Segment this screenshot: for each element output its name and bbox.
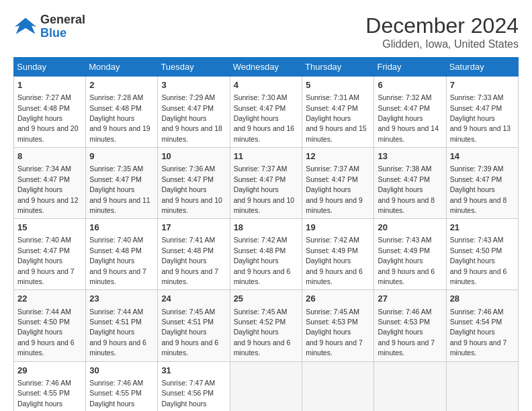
table-row: 23 Sunrise: 7:44 AMSunset: 4:51 PMDaylig…	[86, 290, 158, 361]
day-number: 4	[234, 79, 299, 91]
logo: General Blue	[13, 13, 85, 40]
day-info: Sunrise: 7:27 AMSunset: 4:48 PMDaylight …	[17, 93, 79, 143]
day-number: 5	[306, 79, 370, 91]
day-number: 31	[161, 365, 226, 377]
day-info: Sunrise: 7:46 AMSunset: 4:55 PMDaylight …	[17, 379, 75, 411]
table-row: 18 Sunrise: 7:42 AMSunset: 4:48 PMDaylig…	[230, 219, 302, 290]
day-number: 30	[89, 365, 154, 377]
table-row: 28 Sunrise: 7:46 AMSunset: 4:54 PMDaylig…	[446, 290, 518, 361]
day-info: Sunrise: 7:34 AMSunset: 4:47 PMDaylight …	[17, 165, 79, 214]
table-row: 21 Sunrise: 7:43 AMSunset: 4:50 PMDaylig…	[446, 219, 518, 290]
logo-text: General Blue	[40, 13, 85, 40]
logo-bird-icon	[13, 15, 38, 39]
table-row: 16 Sunrise: 7:40 AMSunset: 4:48 PMDaylig…	[86, 219, 158, 290]
col-thursday: Thursday	[302, 58, 374, 77]
day-info: Sunrise: 7:45 AMSunset: 4:51 PMDaylight …	[161, 308, 218, 357]
day-number: 23	[89, 293, 154, 305]
day-info: Sunrise: 7:45 AMSunset: 4:52 PMDaylight …	[234, 308, 291, 357]
day-number: 6	[378, 79, 442, 91]
day-info: Sunrise: 7:45 AMSunset: 4:53 PMDaylight …	[306, 308, 363, 357]
table-row: 14 Sunrise: 7:39 AMSunset: 4:47 PMDaylig…	[446, 148, 518, 219]
day-info: Sunrise: 7:46 AMSunset: 4:53 PMDaylight …	[378, 308, 435, 357]
day-info: Sunrise: 7:43 AMSunset: 4:50 PMDaylight …	[450, 236, 507, 285]
day-number: 18	[234, 222, 299, 234]
day-number: 11	[234, 150, 299, 163]
day-number: 29	[17, 365, 82, 377]
day-number: 2	[89, 79, 154, 91]
day-number: 13	[378, 150, 442, 163]
day-info: Sunrise: 7:42 AMSunset: 4:48 PMDaylight …	[234, 236, 291, 285]
table-row: 11 Sunrise: 7:37 AMSunset: 4:47 PMDaylig…	[230, 148, 302, 219]
table-row: 2 Sunrise: 7:28 AMSunset: 4:48 PMDayligh…	[86, 77, 158, 148]
calendar-week-5: 29 Sunrise: 7:46 AMSunset: 4:55 PMDaylig…	[14, 361, 519, 411]
day-number: 3	[161, 79, 226, 91]
calendar-week-4: 22 Sunrise: 7:44 AMSunset: 4:50 PMDaylig…	[14, 290, 519, 361]
day-info: Sunrise: 7:44 AMSunset: 4:50 PMDaylight …	[17, 308, 75, 357]
month-title: December 2024	[365, 13, 519, 38]
table-row: 31 Sunrise: 7:47 AMSunset: 4:56 PMDaylig…	[158, 361, 230, 411]
calendar-week-2: 8 Sunrise: 7:34 AMSunset: 4:47 PMDayligh…	[14, 148, 519, 219]
day-info: Sunrise: 7:30 AMSunset: 4:47 PMDaylight …	[234, 93, 295, 143]
col-friday: Friday	[374, 58, 446, 77]
day-info: Sunrise: 7:43 AMSunset: 4:49 PMDaylight …	[378, 236, 435, 285]
day-info: Sunrise: 7:28 AMSunset: 4:48 PMDaylight …	[89, 93, 150, 143]
calendar-week-3: 15 Sunrise: 7:40 AMSunset: 4:47 PMDaylig…	[14, 219, 519, 290]
day-info: Sunrise: 7:37 AMSunset: 4:47 PMDaylight …	[306, 165, 363, 214]
day-number: 24	[161, 293, 226, 305]
day-info: Sunrise: 7:32 AMSunset: 4:47 PMDaylight …	[378, 93, 439, 143]
day-info: Sunrise: 7:46 AMSunset: 4:54 PMDaylight …	[450, 308, 507, 357]
day-number: 10	[161, 150, 226, 163]
table-row: 17 Sunrise: 7:41 AMSunset: 4:48 PMDaylig…	[158, 219, 230, 290]
table-row	[302, 361, 374, 411]
title-block: December 2024 Glidden, Iowa, United Stat…	[365, 13, 519, 50]
svg-marker-0	[15, 17, 36, 34]
table-row: 27 Sunrise: 7:46 AMSunset: 4:53 PMDaylig…	[374, 290, 446, 361]
day-number: 15	[17, 222, 82, 234]
day-number: 1	[17, 79, 82, 91]
calendar-week-1: 1 Sunrise: 7:27 AMSunset: 4:48 PMDayligh…	[14, 77, 519, 148]
table-row: 7 Sunrise: 7:33 AMSunset: 4:47 PMDayligh…	[446, 77, 518, 148]
day-number: 27	[378, 293, 442, 305]
calendar-table: Sunday Monday Tuesday Wednesday Thursday…	[13, 57, 519, 411]
col-monday: Monday	[86, 58, 158, 77]
day-number: 16	[89, 222, 154, 234]
table-row: 25 Sunrise: 7:45 AMSunset: 4:52 PMDaylig…	[230, 290, 302, 361]
day-number: 9	[89, 150, 154, 163]
day-info: Sunrise: 7:39 AMSunset: 4:47 PMDaylight …	[450, 165, 507, 214]
day-info: Sunrise: 7:38 AMSunset: 4:47 PMDaylight …	[378, 165, 435, 214]
day-number: 8	[17, 150, 82, 163]
table-row: 9 Sunrise: 7:35 AMSunset: 4:47 PMDayligh…	[86, 148, 158, 219]
table-row: 4 Sunrise: 7:30 AMSunset: 4:47 PMDayligh…	[230, 77, 302, 148]
day-info: Sunrise: 7:37 AMSunset: 4:47 PMDaylight …	[234, 165, 295, 214]
table-row: 24 Sunrise: 7:45 AMSunset: 4:51 PMDaylig…	[158, 290, 230, 361]
table-row: 29 Sunrise: 7:46 AMSunset: 4:55 PMDaylig…	[14, 361, 86, 411]
table-row: 12 Sunrise: 7:37 AMSunset: 4:47 PMDaylig…	[302, 148, 374, 219]
day-number: 21	[450, 222, 515, 234]
day-number: 25	[234, 293, 299, 305]
day-number: 14	[450, 150, 515, 163]
day-info: Sunrise: 7:46 AMSunset: 4:55 PMDaylight …	[89, 379, 146, 411]
table-row	[446, 361, 518, 411]
table-row: 6 Sunrise: 7:32 AMSunset: 4:47 PMDayligh…	[374, 77, 446, 148]
table-row: 3 Sunrise: 7:29 AMSunset: 4:47 PMDayligh…	[158, 77, 230, 148]
table-row: 19 Sunrise: 7:42 AMSunset: 4:49 PMDaylig…	[302, 219, 374, 290]
table-row: 10 Sunrise: 7:36 AMSunset: 4:47 PMDaylig…	[158, 148, 230, 219]
table-row	[230, 361, 302, 411]
day-number: 7	[450, 79, 515, 91]
day-info: Sunrise: 7:35 AMSunset: 4:47 PMDaylight …	[89, 165, 150, 214]
day-info: Sunrise: 7:47 AMSunset: 4:56 PMDaylight …	[161, 379, 218, 411]
day-number: 20	[378, 222, 442, 234]
location-title: Glidden, Iowa, United States	[365, 38, 519, 50]
page-header: General Blue December 2024 Glidden, Iowa…	[13, 13, 519, 50]
table-row: 26 Sunrise: 7:45 AMSunset: 4:53 PMDaylig…	[302, 290, 374, 361]
col-tuesday: Tuesday	[158, 58, 230, 77]
table-row: 22 Sunrise: 7:44 AMSunset: 4:50 PMDaylig…	[14, 290, 86, 361]
col-wednesday: Wednesday	[230, 58, 302, 77]
day-number: 22	[17, 293, 82, 305]
day-info: Sunrise: 7:31 AMSunset: 4:47 PMDaylight …	[306, 93, 367, 143]
col-saturday: Saturday	[446, 58, 518, 77]
day-number: 26	[306, 293, 370, 305]
day-info: Sunrise: 7:40 AMSunset: 4:48 PMDaylight …	[89, 236, 146, 285]
table-row: 20 Sunrise: 7:43 AMSunset: 4:49 PMDaylig…	[374, 219, 446, 290]
day-info: Sunrise: 7:36 AMSunset: 4:47 PMDaylight …	[161, 165, 222, 214]
